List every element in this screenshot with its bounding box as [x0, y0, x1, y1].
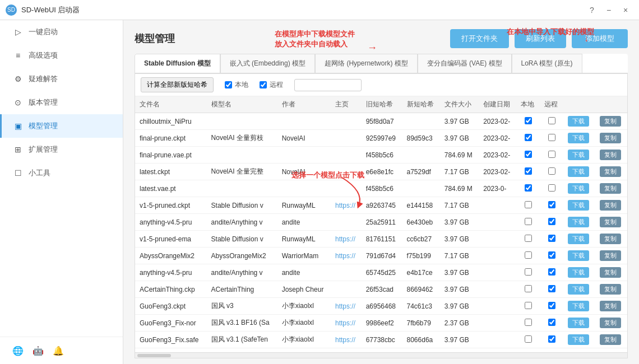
table-row: GuoFeng3.ckpt 国风 v3 小李xiaolxl https:// a… — [135, 298, 627, 315]
tab-vae[interactable]: 变分自编码器 (VAE) 模型 — [418, 54, 512, 73]
horizontal-scrollbar[interactable] — [135, 352, 627, 358]
remote-check[interactable] — [548, 285, 555, 292]
download-button[interactable]: 下载 — [568, 334, 589, 345]
remote-check[interactable] — [548, 319, 555, 326]
download-button[interactable]: 下载 — [568, 284, 589, 295]
download-button[interactable]: 下载 — [568, 234, 589, 244]
cell-author: 小李xiaolxl — [277, 315, 331, 332]
tab-lora[interactable]: LoRA 模型 (原生) — [512, 54, 582, 73]
tab-stable-diffusion[interactable]: Stable Diffusion 模型 — [135, 54, 220, 73]
copy-button[interactable]: 复制 — [600, 284, 621, 295]
remote-check[interactable] — [548, 268, 555, 276]
remote-checkbox[interactable] — [260, 81, 267, 88]
local-checkbox[interactable] — [225, 81, 232, 88]
local-check[interactable] — [525, 167, 532, 175]
tab-embedding[interactable]: 嵌入式 (Embedding) 模型 — [220, 54, 315, 73]
cell-filename: latest.ckpt — [135, 164, 207, 180]
homepage-link[interactable]: https:// — [335, 319, 355, 327]
help-button[interactable]: ? — [584, 2, 600, 18]
copy-button[interactable]: 复制 — [600, 133, 621, 143]
remote-check[interactable] — [548, 335, 555, 343]
remote-check[interactable] — [548, 117, 555, 124]
copy-button[interactable]: 复制 — [600, 318, 621, 328]
remote-check[interactable] — [548, 151, 555, 158]
download-button[interactable]: 下载 — [568, 217, 589, 227]
download-button[interactable]: 下载 — [568, 183, 589, 194]
calc-hash-button[interactable]: 计算全部新版短哈希 — [141, 77, 214, 92]
sidebar-label-model: 模型管理 — [29, 121, 58, 131]
copy-button[interactable]: 复制 — [600, 217, 621, 227]
sidebar-item-faq[interactable]: ⚙ 疑难解答 — [0, 67, 123, 91]
download-button[interactable]: 下载 — [568, 116, 589, 127]
bell-icon[interactable]: 🔔 — [52, 344, 65, 357]
local-check[interactable] — [525, 319, 532, 326]
copy-button[interactable]: 复制 — [600, 166, 621, 177]
open-folder-button[interactable]: 打开文件夹 — [450, 29, 509, 48]
download-button[interactable]: 下载 — [568, 301, 589, 311]
homepage-link[interactable]: https:// — [335, 302, 355, 310]
sidebar-item-extension[interactable]: ⊞ 扩展管理 — [0, 138, 123, 161]
minimize-button[interactable]: − — [601, 2, 617, 18]
download-button[interactable]: 下载 — [568, 250, 589, 261]
download-button[interactable]: 下载 — [568, 166, 589, 177]
close-button[interactable]: × — [618, 2, 633, 18]
copy-button[interactable]: 复制 — [600, 301, 621, 311]
globe-icon[interactable]: 🌐 — [11, 344, 25, 357]
local-check[interactable] — [525, 201, 532, 208]
cell-homepage: https:// — [331, 231, 362, 248]
remote-check[interactable] — [548, 184, 555, 192]
sidebar-item-advanced[interactable]: ≡ 高级选项 — [0, 44, 123, 67]
robot-icon[interactable]: 🤖 — [31, 344, 45, 357]
download-button[interactable]: 下载 — [568, 200, 589, 211]
table-scroll[interactable]: 文件名 模型名 作者 主页 旧短哈希 新短哈希 文件大小 创建日期 本地 远程 — [135, 96, 627, 352]
local-check[interactable] — [525, 218, 532, 225]
local-check[interactable] — [525, 117, 532, 124]
download-button[interactable]: 下载 — [568, 267, 589, 278]
tab-bar: Stable Diffusion 模型 嵌入式 (Embedding) 模型 超… — [135, 54, 628, 73]
remote-check[interactable] — [548, 134, 555, 141]
local-check[interactable] — [525, 302, 532, 309]
remote-check[interactable] — [548, 167, 555, 175]
copy-button[interactable]: 复制 — [600, 234, 621, 244]
homepage-link[interactable]: https:// — [335, 202, 355, 209]
local-check[interactable] — [525, 268, 532, 276]
copy-button[interactable]: 复制 — [600, 150, 621, 160]
cell-date: 2023-0- — [479, 180, 516, 197]
sidebar-item-version[interactable]: ⊙ 版本管理 — [0, 91, 123, 114]
cell-filename: v1-5-pruned-ema — [135, 231, 207, 248]
sidebar-item-model[interactable]: ▣ 模型管理 — [0, 114, 123, 138]
download-button[interactable]: 下载 — [568, 318, 589, 328]
copy-button[interactable]: 复制 — [600, 334, 621, 345]
remote-check[interactable] — [548, 235, 555, 242]
local-check[interactable] — [525, 251, 532, 259]
remote-check[interactable] — [548, 251, 555, 259]
add-model-button[interactable]: 添加模型 — [572, 29, 628, 48]
download-button[interactable]: 下载 — [568, 133, 589, 143]
copy-button[interactable]: 复制 — [600, 183, 621, 194]
tab-hypernetwork[interactable]: 超网络 (Hypernetwork) 模型 — [315, 54, 418, 73]
homepage-link[interactable]: https:// — [335, 235, 355, 243]
remote-check[interactable] — [548, 218, 555, 225]
remote-check[interactable] — [548, 201, 555, 208]
local-check[interactable] — [525, 235, 532, 242]
local-check[interactable] — [525, 335, 532, 343]
homepage-link[interactable]: https:// — [335, 336, 355, 344]
remote-check[interactable] — [548, 302, 555, 309]
local-check[interactable] — [525, 184, 532, 192]
local-check[interactable] — [525, 134, 532, 141]
refresh-button[interactable]: 刷新列表 — [515, 29, 566, 48]
sidebar-item-quick-start[interactable]: ▷ 一键启动 — [0, 20, 123, 44]
copy-button[interactable]: 复制 — [600, 250, 621, 261]
copy-button[interactable]: 复制 — [600, 267, 621, 278]
local-check[interactable] — [525, 285, 532, 292]
local-check[interactable] — [525, 151, 532, 158]
cell-filename: latest.vae.pt — [135, 180, 207, 197]
copy-button[interactable]: 复制 — [600, 116, 621, 127]
search-input[interactable] — [294, 79, 362, 91]
list-icon: ≡ — [13, 50, 23, 60]
download-button[interactable]: 下载 — [568, 150, 589, 160]
cell-local — [516, 281, 540, 298]
sidebar-item-tools[interactable]: ☐ 小工具 — [0, 161, 123, 185]
homepage-link[interactable]: https:// — [335, 252, 355, 260]
copy-button[interactable]: 复制 — [600, 200, 621, 211]
